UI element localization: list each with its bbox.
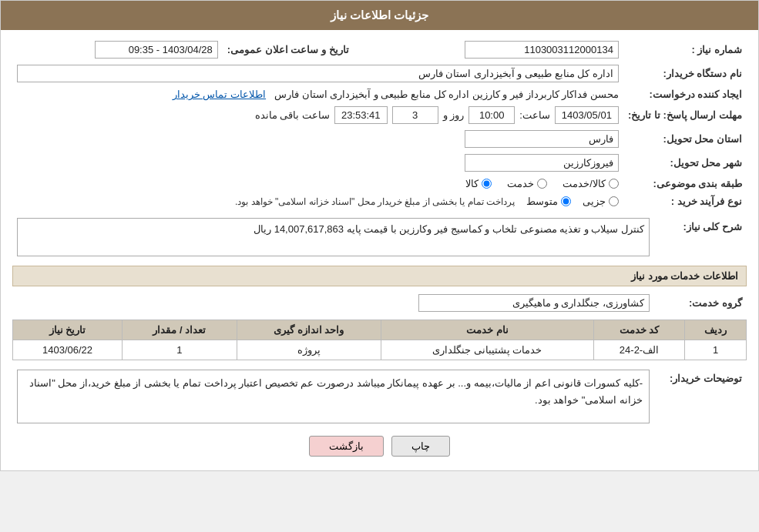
- col-unit: واحد اندازه گیری: [237, 320, 381, 340]
- page-header: جزئیات اطلاعات نیاز: [1, 1, 758, 30]
- row-classification: طبقه بندی موضوعی: کالا/خدمت خدمت: [12, 175, 747, 192]
- radio-jazee: جزیی: [583, 196, 619, 207]
- print-button[interactable]: چاپ: [391, 436, 450, 457]
- radio-khadamat: خدمت: [507, 178, 547, 189]
- buyer-org-label: نام دستگاه خریدار:: [623, 62, 747, 85]
- row-purchase-type: نوع فرآیند خرید : جزیی متوسط پرداخت تمام…: [12, 192, 747, 210]
- classification-kala-label: کالا: [465, 178, 479, 189]
- row-service-group: گروه خدمت: کشاورزی، جنگلداری و ماهیگیری: [12, 291, 747, 315]
- info-table: شماره نیاز : 1103003112000134 تاریخ و سا…: [12, 38, 747, 210]
- creator-value: محسن فداکار کاربرداز فیر و کارزین اداره …: [274, 89, 619, 100]
- need-desc-table: شرح کلی نیاز: کنترل سیلاب و تغذیه مصنوعی…: [12, 215, 747, 259]
- creator-label: ایجاد کننده درخواست:: [623, 85, 747, 103]
- city-value: فیروزکارزین: [465, 154, 619, 172]
- services-table-header-row: ردیف کد خدمت نام خدمت واحد اندازه گیری ت…: [13, 320, 747, 340]
- col-service-code: کد خدمت: [593, 320, 685, 340]
- deadline-date: 1403/05/01: [555, 106, 619, 124]
- services-table-head: ردیف کد خدمت نام خدمت واحد اندازه گیری ت…: [13, 320, 747, 340]
- buyer-notes-label: توضیحات خریدار:: [654, 366, 747, 427]
- announce-date-value: 1403/04/28 - 09:35: [95, 41, 218, 59]
- classification-kala-khadamat-label: کالا/خدمت: [563, 178, 606, 189]
- buyer-notes-table: توضیحات خریدار: -کلیه کسورات قانونی اعم …: [12, 366, 747, 427]
- province-label: استان محل تحویل:: [623, 127, 747, 151]
- purchase-type-row: جزیی متوسط پرداخت تمام یا بخشی از مبلغ خ…: [17, 196, 619, 207]
- deadline-days-label: روز و: [443, 109, 465, 121]
- row-creator: ایجاد کننده درخواست: محسن فداکار کاربردا…: [12, 85, 747, 103]
- classification-label: طبقه بندی موضوعی:: [623, 175, 747, 192]
- table-cell-row_num: 1: [685, 340, 747, 360]
- table-cell-quantity: 1: [123, 340, 237, 360]
- row-need-desc: شرح کلی نیاز: کنترل سیلاب و تغذیه مصنوعی…: [12, 215, 747, 259]
- service-group-value: کشاورزی، جنگلداری و ماهیگیری: [418, 294, 650, 312]
- table-cell-service_name: خدمات پشتیبانی جنگلداری: [381, 340, 594, 360]
- service-group-label: گروه خدمت:: [654, 291, 747, 315]
- announce-date-label: تاریخ و ساعت اعلان عمومی:: [223, 38, 364, 62]
- services-table: ردیف کد خدمت نام خدمت واحد اندازه گیری ت…: [12, 320, 747, 360]
- buyer-org-value: اداره کل منابع طبیعی و آبخیزداری استان ف…: [17, 65, 619, 82]
- row-need-number: شماره نیاز : 1103003112000134 تاریخ و سا…: [12, 38, 747, 62]
- deadline-days: 3: [392, 106, 438, 124]
- purchase-type-desc: پرداخت تمام یا بخشی از مبلغ خریدار محل "…: [235, 196, 515, 207]
- radio-kala-khadamat: کالا/خدمت: [563, 178, 619, 189]
- radio-motavaset: متوسط: [526, 196, 571, 207]
- page-title: جزئیات اطلاعات نیاز: [331, 8, 428, 22]
- deadline-row: 1403/05/01 ساعت: 10:00 روز و 3 23:53:41 …: [17, 106, 619, 124]
- need-number-value: 1103003112000134: [465, 41, 619, 59]
- back-button[interactable]: بازگشت: [309, 436, 384, 457]
- table-cell-date: 1403/06/22: [13, 340, 123, 360]
- province-value: فارس: [465, 130, 619, 148]
- services-table-body: 1الف-2-24خدمات پشتیبانی جنگلداریپروژه114…: [13, 340, 747, 360]
- row-city: شهر محل تحویل: فیروزکارزین: [12, 151, 747, 175]
- service-group-table: گروه خدمت: کشاورزی، جنگلداری و ماهیگیری: [12, 291, 747, 315]
- table-cell-service_code: الف-2-24: [593, 340, 685, 360]
- deadline-time: 10:00: [468, 106, 515, 124]
- button-row: چاپ بازگشت: [12, 436, 747, 457]
- col-date: تاریخ نیاز: [13, 320, 123, 340]
- need-desc-value: کنترل سیلاب و تغذیه مصنوعی تلخاب و کماسی…: [17, 218, 650, 256]
- deadline-remaining: 23:53:41: [334, 106, 388, 124]
- row-province: استان محل تحویل: فارس: [12, 127, 747, 151]
- purchase-type-label: نوع فرآیند خرید :: [623, 192, 747, 210]
- classification-khadamat-label: خدمت: [507, 178, 534, 189]
- radio-kala: کالا: [465, 178, 492, 189]
- main-content: شماره نیاز : 1103003112000134 تاریخ و سا…: [1, 30, 758, 470]
- page-wrapper: جزئیات اطلاعات نیاز شماره نیاز : 1103003…: [0, 0, 759, 471]
- deadline-label: مهلت ارسال پاسخ: تا تاریخ:: [623, 103, 747, 127]
- buyer-notes-value: -کلیه کسورات قانونی اعم از مالیات،بیمه و…: [17, 370, 650, 423]
- services-section-title: اطلاعات خدمات مورد نیاز: [12, 266, 747, 286]
- need-desc-label: شرح کلی نیاز:: [654, 215, 747, 259]
- deadline-remaining-label: ساعت باقی مانده: [255, 109, 330, 121]
- purchase-type-motavaset-label: متوسط: [526, 196, 558, 207]
- city-label: شهر محل تحویل:: [623, 151, 747, 175]
- classification-group: کالا/خدمت خدمت کالا: [17, 178, 619, 189]
- row-buyer-org: نام دستگاه خریدار: اداره کل منابع طبیعی …: [12, 62, 747, 85]
- table-cell-unit: پروژه: [237, 340, 381, 360]
- deadline-time-label: ساعت:: [519, 109, 550, 121]
- col-row-num: ردیف: [685, 320, 747, 340]
- need-number-label: شماره نیاز :: [623, 38, 747, 62]
- col-service-name: نام خدمت: [381, 320, 594, 340]
- row-deadline: مهلت ارسال پاسخ: تا تاریخ: 1403/05/01 سا…: [12, 103, 747, 127]
- col-quantity: تعداد / مقدار: [123, 320, 237, 340]
- purchase-type-jazee-label: جزیی: [583, 196, 606, 207]
- need-desc-wrap: کنترل سیلاب و تغذیه مصنوعی تلخاب و کماسی…: [17, 218, 650, 256]
- contact-link[interactable]: اطلاعات تماس خریدار: [173, 89, 266, 100]
- table-row: 1الف-2-24خدمات پشتیبانی جنگلداریپروژه114…: [13, 340, 747, 360]
- row-buyer-notes: توضیحات خریدار: -کلیه کسورات قانونی اعم …: [12, 366, 747, 427]
